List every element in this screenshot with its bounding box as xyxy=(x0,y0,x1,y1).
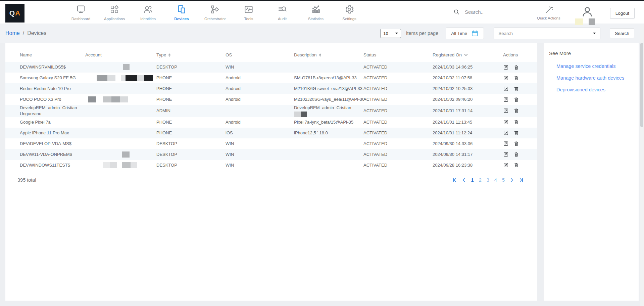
page-number[interactable]: 3 xyxy=(487,177,489,183)
search-filter-dropdown[interactable]: Search xyxy=(494,28,600,39)
previous-page-button[interactable] xyxy=(462,178,466,182)
nav-item-applications[interactable]: Applications xyxy=(98,4,131,21)
delete-device-button[interactable] xyxy=(513,75,519,81)
items-per-page-value: 10 xyxy=(383,31,388,36)
open-device-button[interactable] xyxy=(503,130,509,136)
table-row: DevelopREM_admin_Cristian UngureanuADMIN… xyxy=(5,105,537,117)
open-device-button[interactable] xyxy=(503,75,509,81)
open-device-button[interactable] xyxy=(503,108,509,114)
nav-item-tools[interactable]: Tools xyxy=(232,4,265,21)
nav-item-label: Orchestrator xyxy=(204,17,226,21)
open-device-button[interactable] xyxy=(503,119,509,125)
nav-item-identities[interactable]: Identities xyxy=(131,4,165,21)
column-header-description[interactable]: Description xyxy=(294,52,363,62)
items-per-page-select[interactable]: 10 xyxy=(380,29,401,38)
delete-device-button[interactable] xyxy=(513,119,519,125)
manage-service-credentials-link[interactable]: Manage service credentials xyxy=(556,63,633,69)
deprovisioned-devices-link[interactable]: Deprovisioned devices xyxy=(556,87,633,92)
nav-item-label: Tools xyxy=(244,17,253,21)
page-number[interactable]: 4 xyxy=(494,177,497,183)
tools-icon xyxy=(244,4,254,14)
nav-item-label: Identities xyxy=(140,17,156,21)
breadcrumb-home-link[interactable]: Home xyxy=(5,30,20,36)
column-header-registered-on[interactable]: Registered On xyxy=(433,52,503,62)
logout-button[interactable]: Logout xyxy=(610,8,635,19)
nav-item-orchestrator[interactable]: Orchestrator xyxy=(198,4,232,21)
open-device-button[interactable] xyxy=(503,96,509,102)
last-page-button[interactable] xyxy=(519,178,524,182)
open-device-button[interactable] xyxy=(503,162,509,168)
device-registered-on: 2024/10/02 10:25:03 xyxy=(433,86,503,92)
device-os: iOS xyxy=(226,130,294,136)
page-scrollbar[interactable] xyxy=(640,25,644,306)
device-type: PHONE xyxy=(156,96,226,102)
first-page-button[interactable] xyxy=(452,178,457,182)
total-count: 395 total xyxy=(17,177,36,183)
device-registered-on: 2024/10/01 11:13:45 xyxy=(433,119,503,125)
scrollbar-thumb[interactable] xyxy=(640,43,643,127)
table-header-row: Name Account Type OS Description Status … xyxy=(5,43,537,62)
page-number[interactable]: 2 xyxy=(479,177,482,183)
redacted-block xyxy=(301,112,307,117)
open-device-icon xyxy=(503,119,509,125)
device-type: DESKTOP xyxy=(156,64,226,70)
device-os: Android xyxy=(226,119,294,125)
time-filter-button[interactable]: All Time xyxy=(446,28,484,39)
nav-item-label: Statistics xyxy=(308,17,324,21)
nav-item-statistics[interactable]: Statistics xyxy=(299,4,333,21)
see-more-title: See More xyxy=(549,50,633,56)
delete-device-button[interactable] xyxy=(513,86,519,92)
next-page-button[interactable] xyxy=(510,178,514,182)
device-status: ACTIVATED xyxy=(363,108,433,114)
device-name: DEV\DEVELOP-VDA-MS$ xyxy=(20,141,85,147)
sort-both-icon xyxy=(319,53,321,57)
redacted-block xyxy=(131,162,137,168)
column-header-name: Name xyxy=(20,52,85,62)
table-row: Samsung Galaxy S20 FE 5GPHONEAndroidSM-G… xyxy=(5,73,537,83)
device-account xyxy=(85,149,156,160)
device-registered-on: 2024/09/30 14:31:17 xyxy=(433,151,503,158)
page-number[interactable]: 1 xyxy=(471,177,474,183)
open-device-icon xyxy=(503,151,509,157)
search-submit-button[interactable]: Search xyxy=(610,28,634,38)
column-header-type[interactable]: Type xyxy=(156,52,226,62)
device-account xyxy=(85,73,156,83)
see-more-links: Manage service credentials Manage hardwa… xyxy=(549,63,633,92)
device-name: Apple iPhone 11 Pro Max xyxy=(20,130,85,136)
search-filter-placeholder: Search xyxy=(498,31,513,36)
redacted-block xyxy=(294,112,301,117)
nav-item-settings[interactable]: Settings xyxy=(333,4,366,21)
delete-device-button[interactable] xyxy=(513,96,519,102)
user-avatar[interactable] xyxy=(580,6,595,18)
column-header-account: Account xyxy=(85,52,156,62)
redacted-block xyxy=(121,75,126,81)
device-os: Android xyxy=(226,96,294,102)
delete-device-button[interactable] xyxy=(513,162,519,168)
device-description: DevelopREM_admin_Cristian xyxy=(294,105,363,117)
page-number[interactable]: 5 xyxy=(502,177,505,183)
delete-device-button[interactable] xyxy=(513,151,519,158)
nav-item-dashboard[interactable]: Dashboard xyxy=(64,4,98,21)
delete-device-button[interactable] xyxy=(513,108,519,114)
redacted-block xyxy=(144,75,153,81)
delete-device-button[interactable] xyxy=(513,64,519,70)
open-device-button[interactable] xyxy=(503,151,509,158)
delete-device-button[interactable] xyxy=(513,141,519,147)
redacted-block xyxy=(120,96,128,102)
open-device-button[interactable] xyxy=(503,86,509,92)
see-more-panel: See More Manage service credentials Mana… xyxy=(544,43,639,301)
nav-item-label: Applications xyxy=(104,17,125,21)
table-row: DEV\WINSRVMILOS5$DESKTOPWINACTIVATED2024… xyxy=(5,62,537,73)
global-search-input[interactable] xyxy=(464,9,514,15)
device-registered-on: 2024/10/02 09:46:20 xyxy=(433,96,503,102)
device-actions xyxy=(503,64,532,70)
quick-actions-button[interactable]: Quick Actions xyxy=(537,6,560,20)
redacted-block xyxy=(88,96,96,102)
open-device-button[interactable] xyxy=(503,64,509,70)
nav-item-devices[interactable]: Devices xyxy=(165,4,198,21)
delete-device-button[interactable] xyxy=(513,130,519,136)
manage-hardware-auth-devices-link[interactable]: Manage hardware auth devices xyxy=(556,75,633,81)
device-type: DESKTOP xyxy=(156,141,226,147)
open-device-button[interactable] xyxy=(503,141,509,147)
nav-item-audit[interactable]: Audit xyxy=(265,4,299,21)
